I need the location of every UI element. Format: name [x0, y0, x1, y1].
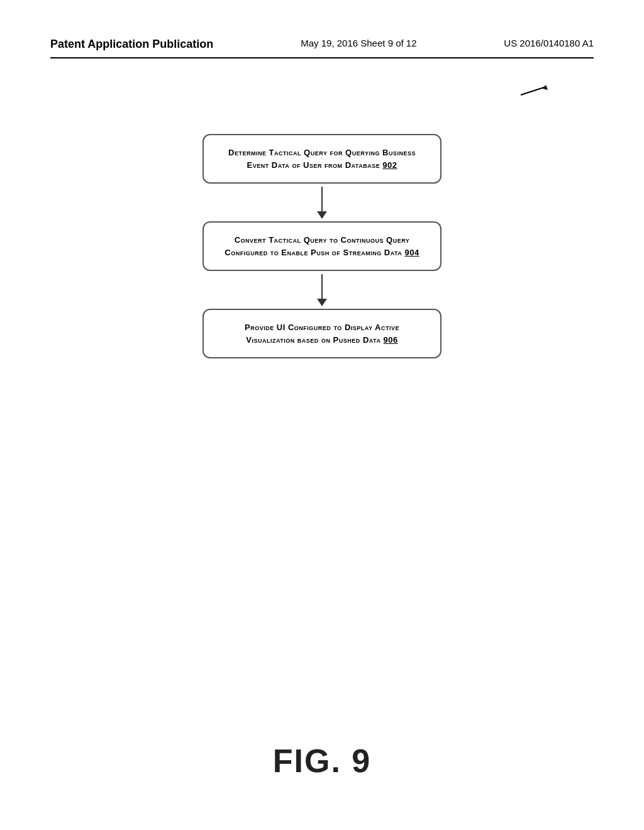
connector-2 [317, 271, 327, 309]
figure-caption: FIG. 9 [273, 742, 371, 780]
flow-box-3: Provide UI Configured to Display Active … [203, 309, 441, 358]
page-header: Patent Application Publication May 19, 2… [50, 38, 594, 58]
diagram-number-container: 900 [50, 84, 594, 96]
connector-1 [317, 184, 327, 221]
connector-line-1 [321, 187, 323, 212]
patent-page: Patent Application Publication May 19, 2… [0, 0, 644, 830]
flow-box-2-text: Convert Tactical Query to Continuous Que… [225, 235, 419, 257]
connector-arrow-2 [317, 299, 327, 306]
flow-box-2-ref: 904 [404, 248, 419, 257]
flow-box-1-text: Determine Tactical Query for Querying Bu… [228, 148, 416, 170]
flow-box-1: Determine Tactical Query for Querying Bu… [203, 134, 441, 184]
flow-box-3-ref: 906 [384, 335, 398, 345]
diagram-arrow-icon [518, 84, 549, 96]
svg-line-0 [521, 87, 546, 95]
flow-box-3-text: Provide UI Configured to Display Active … [245, 323, 399, 345]
connector-arrow-1 [317, 211, 327, 219]
flowchart: Determine Tactical Query for Querying Bu… [50, 134, 594, 358]
sheet-info: May 19, 2016 Sheet 9 of 12 [301, 38, 416, 48]
patent-number: US 2016/0140180 A1 [504, 38, 594, 48]
flow-box-1-ref: 902 [382, 160, 397, 170]
publication-label: Patent Application Publication [50, 38, 213, 51]
flow-box-2: Convert Tactical Query to Continuous Que… [203, 221, 441, 271]
connector-line-2 [321, 274, 323, 299]
